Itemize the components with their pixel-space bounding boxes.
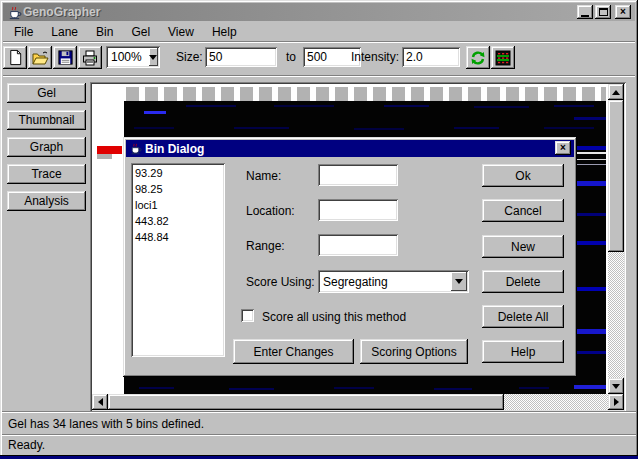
horizontal-scrollbar[interactable] — [92, 394, 624, 410]
gel-band — [574, 117, 606, 120]
bin-line — [574, 159, 606, 160]
bin-list-item[interactable]: 98.25 — [132, 181, 224, 197]
vertical-scrollbar[interactable] — [608, 84, 624, 394]
score-all-checkbox[interactable] — [241, 309, 254, 322]
sidebar-button-analysis[interactable]: Analysis — [7, 191, 86, 211]
zoom-combobox[interactable]: 100% — [106, 46, 160, 68]
horizontal-scroll-thumb[interactable] — [108, 394, 504, 410]
location-input[interactable] — [318, 199, 398, 221]
scroll-right-button[interactable] — [608, 394, 624, 410]
maximize-icon — [599, 8, 608, 16]
help-button[interactable]: Help — [482, 340, 564, 363]
status-message: Gel has 34 lanes with 5 bins defined. — [8, 417, 204, 431]
name-label: Name: — [246, 169, 281, 183]
bin-marker-shadow — [97, 154, 112, 159]
gel-band — [384, 105, 429, 107]
ready-message: Ready. — [8, 438, 45, 452]
gel-view-button[interactable] — [491, 46, 515, 69]
gel-band — [574, 385, 606, 389]
toolbar-separator — [3, 75, 635, 77]
open-folder-icon — [31, 49, 49, 67]
bin-line — [574, 164, 606, 165]
minimize-button[interactable] — [577, 5, 593, 19]
maximize-button[interactable] — [595, 5, 611, 19]
gel-wells — [126, 87, 606, 101]
score-using-dropdown-button[interactable] — [451, 272, 467, 291]
intensity-label: Intensity: — [351, 50, 399, 64]
bin-list[interactable]: 93.29 98.25 loci1 443.82 448.84 — [131, 163, 225, 357]
gel-band — [574, 351, 606, 354]
minimize-icon — [581, 15, 589, 17]
sidebar-button-graph[interactable]: Graph — [7, 137, 86, 157]
toolbar: 100% Size: to Intensity: — [0, 44, 638, 74]
zoom-dropdown-button[interactable] — [149, 48, 158, 66]
arrow-right-icon — [614, 398, 619, 406]
chevron-down-icon — [455, 279, 463, 284]
new-button[interactable]: New — [482, 235, 564, 258]
window-title: GenoGrapher — [23, 5, 100, 19]
menu-item-gel[interactable]: Gel — [122, 24, 159, 40]
menu-separator — [3, 41, 635, 43]
gel-band — [519, 387, 549, 389]
gel-band — [474, 106, 529, 108]
bin-list-item[interactable]: 93.29 — [132, 165, 224, 181]
bin-list-item[interactable]: loci1 — [132, 197, 224, 213]
gel-band — [144, 111, 166, 114]
dialog-icon — [129, 142, 142, 155]
menu-item-bin[interactable]: Bin — [87, 24, 122, 40]
score-using-combobox[interactable]: Segregating — [318, 270, 469, 293]
menu-item-lane[interactable]: Lane — [42, 24, 87, 40]
size-from-input[interactable] — [205, 47, 277, 67]
arrow-up-icon — [612, 90, 620, 95]
print-button[interactable] — [78, 46, 102, 69]
new-document-button[interactable] — [3, 46, 27, 69]
print-icon — [81, 49, 99, 67]
cancel-button[interactable]: Cancel — [482, 199, 564, 222]
scroll-up-button[interactable] — [608, 84, 624, 100]
to-label: to — [286, 50, 296, 64]
chevron-down-icon — [149, 55, 157, 60]
menu-item-help[interactable]: Help — [203, 24, 246, 40]
range-input[interactable] — [318, 234, 398, 256]
sidebar-button-trace[interactable]: Trace — [7, 164, 86, 184]
arrow-down-icon — [612, 384, 620, 389]
bin-list-item[interactable]: 448.84 — [132, 229, 224, 245]
dialog-title: Bin Dialog — [145, 142, 204, 156]
arrow-left-icon — [98, 398, 103, 406]
refresh-button[interactable] — [466, 46, 490, 69]
delete-all-button[interactable]: Delete All — [482, 305, 564, 328]
intensity-input[interactable] — [402, 47, 460, 67]
save-icon — [57, 49, 74, 66]
bin-list-item[interactable]: 443.82 — [132, 213, 224, 229]
gel-band — [134, 127, 174, 129]
gel-band — [574, 146, 606, 150]
gel-band — [554, 105, 594, 107]
score-all-checkbox-label: Score all using this method — [262, 310, 406, 324]
sidebar-button-gel[interactable]: Gel — [7, 83, 86, 103]
name-input[interactable] — [318, 164, 398, 186]
scroll-down-button[interactable] — [608, 378, 624, 394]
ok-button[interactable]: Ok — [482, 164, 564, 187]
dialog-close-button[interactable]: × — [555, 141, 571, 155]
bin-line — [574, 152, 606, 154]
close-button[interactable]: × — [615, 5, 631, 19]
window-titlebar[interactable]: GenoGrapher × — [3, 3, 635, 21]
scoring-options-button[interactable]: Scoring Options — [360, 339, 468, 364]
bin-marker[interactable] — [97, 146, 122, 154]
menu-item-file[interactable]: File — [5, 24, 42, 40]
vertical-scroll-thumb[interactable] — [608, 100, 624, 252]
gel-band — [354, 128, 404, 130]
close-icon: × — [620, 7, 626, 17]
gel-band — [186, 105, 236, 107]
enter-changes-button[interactable]: Enter Changes — [233, 339, 354, 364]
open-file-button[interactable] — [28, 46, 52, 69]
dialog-titlebar[interactable]: Bin Dialog × — [126, 140, 574, 157]
save-button[interactable] — [53, 46, 77, 69]
scroll-left-button[interactable] — [92, 394, 108, 410]
score-using-value: Segregating — [318, 275, 449, 289]
gel-band — [574, 181, 606, 186]
delete-button[interactable]: Delete — [482, 270, 564, 293]
sidebar-button-thumbnail[interactable]: Thumbnail — [7, 110, 86, 130]
gel-band — [334, 387, 374, 389]
menu-item-view[interactable]: View — [159, 24, 203, 40]
